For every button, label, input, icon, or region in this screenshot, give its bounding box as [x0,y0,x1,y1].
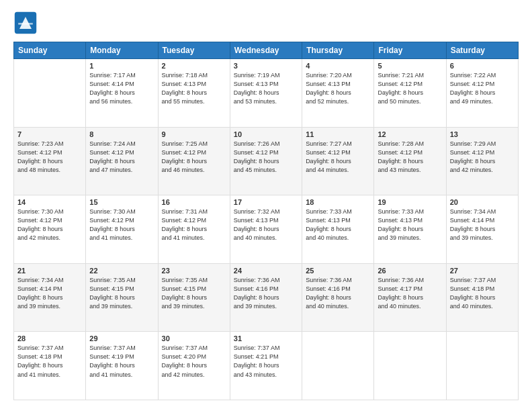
day-info: Sunrise: 7:30 AM Sunset: 4:12 PM Dayligh… [89,208,154,242]
calendar-cell: 29Sunrise: 7:37 AM Sunset: 4:19 PM Dayli… [86,332,158,400]
day-info: Sunrise: 7:37 AM Sunset: 4:19 PM Dayligh… [89,344,154,379]
calendar-cell: 9Sunrise: 7:25 AM Sunset: 4:12 PM Daylig… [158,127,230,195]
day-number: 14 [17,198,82,206]
day-number: 10 [234,130,298,138]
day-info: Sunrise: 7:35 AM Sunset: 4:15 PM Dayligh… [89,276,154,311]
calendar-cell: 28Sunrise: 7:37 AM Sunset: 4:18 PM Dayli… [14,332,86,400]
weekday-header: Tuesday [158,42,230,59]
day-info: Sunrise: 7:20 AM Sunset: 4:13 PM Dayligh… [306,71,370,106]
calendar-cell: 11Sunrise: 7:27 AM Sunset: 4:12 PM Dayli… [302,127,374,195]
calendar-cell: 16Sunrise: 7:31 AM Sunset: 4:12 PM Dayli… [158,195,230,264]
calendar-cell: 5Sunrise: 7:21 AM Sunset: 4:12 PM Daylig… [374,59,446,128]
weekday-header: Friday [374,42,446,59]
calendar-cell [446,332,518,400]
day-info: Sunrise: 7:33 AM Sunset: 4:13 PM Dayligh… [306,208,370,242]
calendar-cell [14,59,86,128]
weekday-header: Thursday [302,42,374,59]
logo-icon [13,11,38,35]
day-info: Sunrise: 7:35 AM Sunset: 4:15 PM Dayligh… [162,276,226,311]
day-number: 26 [378,267,442,275]
day-number: 11 [306,130,370,138]
calendar-cell [374,332,446,400]
day-info: Sunrise: 7:28 AM Sunset: 4:12 PM Dayligh… [378,140,442,175]
calendar-cell [302,332,374,400]
day-number: 16 [162,198,226,206]
day-number: 22 [89,267,154,275]
day-number: 17 [234,198,298,206]
day-number: 30 [162,334,226,342]
day-number: 24 [234,267,298,275]
day-number: 2 [162,62,226,70]
day-number: 4 [306,62,370,70]
day-info: Sunrise: 7:26 AM Sunset: 4:12 PM Dayligh… [234,140,298,175]
day-info: Sunrise: 7:36 AM Sunset: 4:16 PM Dayligh… [234,276,298,311]
day-info: Sunrise: 7:32 AM Sunset: 4:13 PM Dayligh… [234,208,298,242]
calendar-cell: 12Sunrise: 7:28 AM Sunset: 4:12 PM Dayli… [374,127,446,195]
day-info: Sunrise: 7:25 AM Sunset: 4:12 PM Dayligh… [162,140,226,175]
calendar-cell: 26Sunrise: 7:36 AM Sunset: 4:17 PM Dayli… [374,263,446,332]
calendar-cell: 1Sunrise: 7:17 AM Sunset: 4:14 PM Daylig… [86,59,158,128]
day-info: Sunrise: 7:27 AM Sunset: 4:12 PM Dayligh… [306,140,370,175]
calendar-cell: 18Sunrise: 7:33 AM Sunset: 4:13 PM Dayli… [302,195,374,264]
day-number: 28 [17,334,82,342]
day-number: 25 [306,267,370,275]
day-number: 21 [17,267,82,275]
day-number: 13 [450,130,515,138]
weekday-header: Sunday [14,42,86,59]
day-number: 15 [89,198,154,206]
calendar-table: SundayMondayTuesdayWednesdayThursdayFrid… [13,42,519,400]
day-number: 9 [162,130,226,138]
day-number: 1 [89,62,154,70]
calendar-cell: 24Sunrise: 7:36 AM Sunset: 4:16 PM Dayli… [230,263,302,332]
weekday-header: Saturday [446,42,518,59]
calendar-cell: 27Sunrise: 7:37 AM Sunset: 4:18 PM Dayli… [446,263,518,332]
calendar-cell: 13Sunrise: 7:29 AM Sunset: 4:12 PM Dayli… [446,127,518,195]
calendar-cell: 2Sunrise: 7:18 AM Sunset: 4:13 PM Daylig… [158,59,230,128]
day-info: Sunrise: 7:30 AM Sunset: 4:12 PM Dayligh… [17,208,82,242]
calendar-cell: 21Sunrise: 7:34 AM Sunset: 4:14 PM Dayli… [14,263,86,332]
calendar-cell: 30Sunrise: 7:37 AM Sunset: 4:20 PM Dayli… [158,332,230,400]
calendar-cell: 25Sunrise: 7:36 AM Sunset: 4:16 PM Dayli… [302,263,374,332]
day-number: 19 [378,198,442,206]
calendar-cell: 3Sunrise: 7:19 AM Sunset: 4:13 PM Daylig… [230,59,302,128]
day-number: 3 [234,62,298,70]
day-info: Sunrise: 7:17 AM Sunset: 4:14 PM Dayligh… [89,71,154,106]
day-info: Sunrise: 7:36 AM Sunset: 4:17 PM Dayligh… [378,276,442,311]
day-info: Sunrise: 7:37 AM Sunset: 4:20 PM Dayligh… [162,344,226,379]
day-number: 6 [450,62,515,70]
calendar-cell: 8Sunrise: 7:24 AM Sunset: 4:12 PM Daylig… [86,127,158,195]
weekday-header: Wednesday [230,42,302,59]
header [13,11,519,35]
calendar-cell: 22Sunrise: 7:35 AM Sunset: 4:15 PM Dayli… [86,263,158,332]
logo [13,11,42,35]
svg-rect-2 [18,23,33,25]
day-info: Sunrise: 7:18 AM Sunset: 4:13 PM Dayligh… [162,71,226,106]
day-info: Sunrise: 7:37 AM Sunset: 4:18 PM Dayligh… [17,344,82,379]
day-info: Sunrise: 7:34 AM Sunset: 4:14 PM Dayligh… [450,208,515,242]
day-number: 12 [378,130,442,138]
day-number: 18 [306,198,370,206]
page: SundayMondayTuesdayWednesdayThursdayFrid… [0,0,532,411]
day-info: Sunrise: 7:37 AM Sunset: 4:21 PM Dayligh… [234,344,298,379]
calendar-cell: 14Sunrise: 7:30 AM Sunset: 4:12 PM Dayli… [14,195,86,264]
day-number: 8 [89,130,154,138]
day-info: Sunrise: 7:37 AM Sunset: 4:18 PM Dayligh… [450,276,515,311]
calendar-cell: 23Sunrise: 7:35 AM Sunset: 4:15 PM Dayli… [158,263,230,332]
day-info: Sunrise: 7:24 AM Sunset: 4:12 PM Dayligh… [89,140,154,175]
calendar-cell: 15Sunrise: 7:30 AM Sunset: 4:12 PM Dayli… [86,195,158,264]
day-info: Sunrise: 7:31 AM Sunset: 4:12 PM Dayligh… [162,208,226,242]
day-number: 31 [234,334,298,342]
calendar-cell: 6Sunrise: 7:22 AM Sunset: 4:12 PM Daylig… [446,59,518,128]
day-number: 27 [450,267,515,275]
calendar-cell: 10Sunrise: 7:26 AM Sunset: 4:12 PM Dayli… [230,127,302,195]
calendar-cell: 31Sunrise: 7:37 AM Sunset: 4:21 PM Dayli… [230,332,302,400]
day-info: Sunrise: 7:22 AM Sunset: 4:12 PM Dayligh… [450,71,515,106]
day-info: Sunrise: 7:29 AM Sunset: 4:12 PM Dayligh… [450,140,515,175]
day-info: Sunrise: 7:34 AM Sunset: 4:14 PM Dayligh… [17,276,82,311]
calendar-cell: 17Sunrise: 7:32 AM Sunset: 4:13 PM Dayli… [230,195,302,264]
calendar-cell: 20Sunrise: 7:34 AM Sunset: 4:14 PM Dayli… [446,195,518,264]
day-number: 23 [162,267,226,275]
day-info: Sunrise: 7:19 AM Sunset: 4:13 PM Dayligh… [234,71,298,106]
calendar-cell: 19Sunrise: 7:33 AM Sunset: 4:13 PM Dayli… [374,195,446,264]
day-info: Sunrise: 7:21 AM Sunset: 4:12 PM Dayligh… [378,71,442,106]
